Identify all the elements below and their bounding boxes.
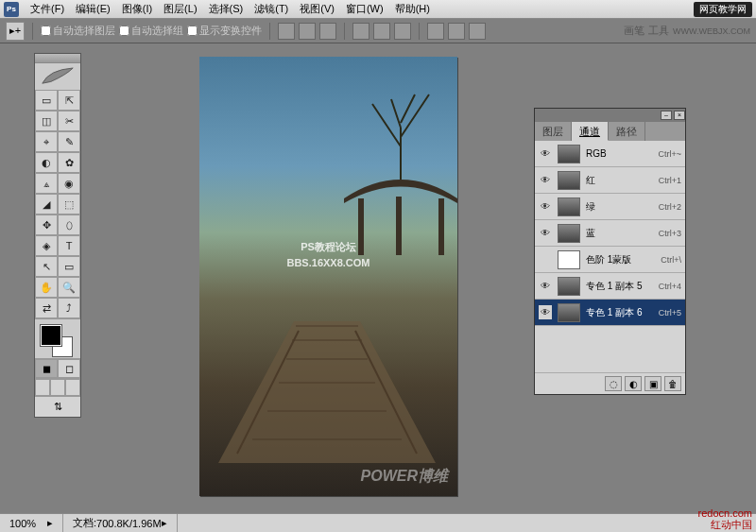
eye-icon[interactable] (539, 147, 552, 161)
blur-tool[interactable]: ✥ (35, 215, 58, 235)
move-tool[interactable]: ⇱ (58, 90, 80, 111)
distribute-icon[interactable] (373, 23, 390, 40)
screen-mode-1[interactable] (35, 379, 50, 396)
close-icon[interactable]: × (674, 111, 685, 120)
document-canvas[interactable]: PS教程论坛 BBS.16XX8.COM POWER博维 (199, 57, 457, 496)
path-tool[interactable]: ◈ (35, 235, 58, 256)
new-channel-icon[interactable]: ▣ (644, 376, 662, 391)
standard-mode[interactable]: ◼ (35, 359, 58, 378)
hand-tool[interactable]: ⇄ (35, 298, 58, 318)
wand-tool[interactable]: ✂ (58, 111, 80, 131)
channel-levels-mask[interactable]: 色阶 1蒙版Ctrl+\ (535, 247, 685, 273)
distribute-icon[interactable] (469, 23, 486, 40)
align-icon[interactable] (299, 23, 316, 40)
eyedropper-tool[interactable]: 🔍 (58, 277, 80, 298)
gradient-tool[interactable]: ⬚ (58, 194, 80, 215)
channel-spot-5[interactable]: 专色 1 副本 5Ctrl+4 (535, 273, 685, 300)
svg-rect-1 (396, 197, 402, 255)
auto-select-group-checkbox[interactable]: 自动选择组 (119, 24, 183, 38)
app-icon: Ps (4, 2, 19, 17)
channel-thumb (558, 303, 580, 322)
type-tool[interactable]: T (58, 235, 80, 256)
channel-green[interactable]: 绿Ctrl+2 (535, 194, 685, 220)
toolbox-grip[interactable] (35, 54, 80, 63)
screen-mode-3[interactable] (65, 379, 80, 396)
menu-filter[interactable]: 滤镜(T) (249, 0, 294, 18)
menu-layer[interactable]: 图层(L) (158, 0, 202, 18)
current-tool-icon[interactable]: ▸+ (6, 22, 25, 41)
tool-grid: ▭ ⇱ ◫ ✂ ⌖ ✎ ◐ ✿ ⟁ ◉ ◢ ⬚ ✥ ⬯ ◈ T ↖ ▭ ✋ 🔍 … (35, 90, 80, 318)
watermark-center: PS教程论坛 BBS.16XX8.COM (286, 239, 369, 270)
screen-mode-2[interactable] (50, 379, 65, 396)
brand-corner: redocn.com 红动中国 (698, 507, 752, 530)
healing-tool[interactable]: ◐ (35, 152, 58, 173)
menu-edit[interactable]: 编辑(E) (70, 0, 116, 18)
doc-size[interactable]: 文档:700.8K/1.96M ▸ (63, 514, 178, 532)
zoom-field[interactable]: ▸ (0, 514, 63, 532)
channel-list: RGBCtrl+~ 红Ctrl+1 绿Ctrl+2 蓝Ctrl+3 色阶 1蒙版… (535, 141, 685, 326)
menu-select[interactable]: 选择(S) (203, 0, 249, 18)
brush-tool[interactable]: ✿ (58, 152, 80, 173)
channel-thumb (558, 277, 580, 296)
channel-thumb (558, 197, 580, 216)
distribute-icon[interactable] (352, 23, 369, 40)
site-badge: 网页教学网 (694, 2, 752, 17)
minimize-icon[interactable]: – (661, 111, 672, 120)
dodge-tool[interactable]: ⬯ (58, 215, 80, 235)
zoom-tool[interactable]: ⤴ (58, 298, 80, 318)
notes-tool[interactable]: ✋ (35, 277, 58, 298)
status-bar: ▸ 文档:700.8K/1.96M ▸ redocn.com 红动中国 (0, 513, 756, 532)
eraser-tool[interactable]: ◢ (35, 194, 58, 215)
menu-window[interactable]: 窗口(W) (340, 0, 389, 18)
eye-icon[interactable] (539, 306, 552, 319)
show-transform-checkbox[interactable]: 显示变换控件 (187, 24, 262, 38)
menu-view[interactable]: 视图(V) (294, 0, 340, 18)
distribute-icon[interactable] (394, 23, 411, 40)
tab-channels[interactable]: 通道 (572, 122, 609, 141)
marquee-tool[interactable]: ▭ (35, 90, 58, 111)
load-selection-icon[interactable]: ◌ (605, 376, 622, 391)
quickmask-mode[interactable]: ◻ (58, 359, 80, 378)
menu-image[interactable]: 图像(I) (116, 0, 158, 18)
channel-thumb (558, 171, 580, 190)
toolbox-panel: ▭ ⇱ ◫ ✂ ⌖ ✎ ◐ ✿ ⟁ ◉ ◢ ⬚ ✥ ⬯ ◈ T ↖ ▭ ✋ 🔍 … (34, 53, 81, 418)
color-swatch[interactable] (35, 318, 80, 358)
crop-tool[interactable]: ⌖ (35, 131, 58, 152)
pen-tool[interactable]: ↖ (35, 256, 58, 277)
channel-blue[interactable]: 蓝Ctrl+3 (535, 220, 685, 247)
site-url: WWW.WEBJX.COM (673, 26, 750, 36)
eye-icon[interactable] (539, 200, 552, 214)
channel-spot-6[interactable]: 专色 1 副本 6Ctrl+5 (535, 300, 685, 326)
channel-red[interactable]: 红Ctrl+1 (535, 167, 685, 194)
menu-help[interactable]: 帮助(H) (389, 0, 436, 18)
tab-paths[interactable]: 路径 (609, 122, 645, 141)
eye-icon[interactable] (539, 280, 552, 293)
distribute-icon[interactable] (448, 23, 465, 40)
stamp-tool[interactable]: ⟁ (35, 173, 58, 194)
slice-tool[interactable]: ✎ (58, 131, 80, 152)
panel-titlebar[interactable]: – × (535, 109, 685, 122)
options-bar: ▸+ 自动选择图层 自动选择组 显示变换控件 画笔 工具 WWW.WEBJX.C… (0, 19, 756, 43)
channel-thumb (558, 250, 580, 269)
history-brush-tool[interactable]: ◉ (58, 173, 80, 194)
svg-rect-2 (438, 198, 444, 255)
tab-layers[interactable]: 图层 (535, 122, 572, 141)
eye-icon[interactable] (539, 174, 552, 187)
auto-select-layer-checkbox[interactable]: 自动选择图层 (41, 24, 115, 38)
delete-channel-icon[interactable]: 🗑 (664, 376, 681, 391)
jump-to-button[interactable]: ⇅ (35, 396, 80, 417)
channel-thumb (558, 145, 580, 163)
channel-thumb (558, 224, 580, 243)
channel-rgb[interactable]: RGBCtrl+~ (535, 141, 685, 167)
align-icon[interactable] (278, 23, 295, 40)
distribute-icon[interactable] (427, 23, 444, 40)
align-icon[interactable] (319, 23, 336, 40)
eye-icon[interactable] (539, 227, 552, 240)
shape-tool[interactable]: ▭ (58, 256, 80, 277)
save-selection-icon[interactable]: ◐ (625, 376, 642, 391)
lasso-tool[interactable]: ◫ (35, 111, 58, 131)
tool-label: 工具 (648, 24, 669, 38)
panel-tabs: 图层 通道 路径 (535, 122, 685, 141)
menu-file[interactable]: 文件(F) (25, 0, 70, 18)
foreground-color[interactable] (41, 325, 61, 346)
